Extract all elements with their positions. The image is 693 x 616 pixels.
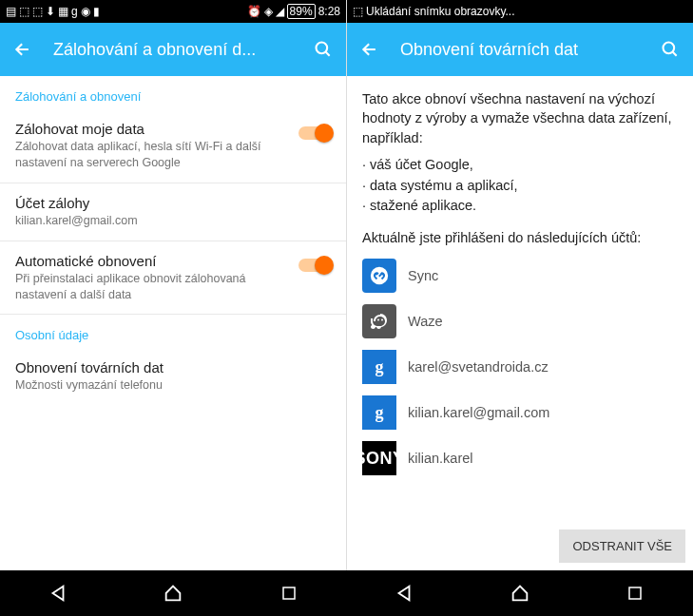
account-label: Sync [408, 268, 438, 283]
setting-title: Automatické obnovení [15, 253, 291, 269]
image-icon: ⬚ [353, 5, 363, 18]
account-label: kilian.karel [408, 451, 473, 466]
screen-backup-reset: ▤⬚⬚⬇▦g◉▮ ⏰ ◈ ◢ 89% 8:28 Zálohování a obn… [0, 0, 346, 570]
setting-desc: kilian.karel@gmail.com [15, 213, 331, 229]
screen-factory-reset: ⬚ Ukládání snímku obrazovky... Obnovení … [346, 0, 693, 570]
svg-rect-2 [283, 587, 295, 599]
google-icon: g [362, 350, 396, 384]
account-row: g kilian.karel@gmail.com [347, 390, 693, 435]
setting-auto-restore[interactable]: Automatické obnovení Při přeinstalaci ap… [0, 241, 346, 315]
shazam-icon [362, 259, 396, 293]
app-bar: Zálohování a obnovení d... [0, 23, 346, 76]
setting-desc: Při přeinstalaci aplikace obnovit záloho… [15, 271, 291, 303]
account-row: Waze [347, 298, 693, 344]
nav-home[interactable] [509, 582, 531, 605]
nav-back[interactable] [393, 582, 415, 605]
category-backup: Zálohování a obnovení [0, 76, 346, 109]
setting-desc: Možnosti vymazání telefonu [15, 377, 331, 394]
wifi-icon: ◈ [264, 5, 273, 18]
setting-factory-reset[interactable]: Obnovení továrních dat Možnosti vymazání… [0, 348, 346, 405]
setting-backup-account[interactable]: Účet zálohy kilian.karel@gmail.com [0, 183, 346, 241]
bullet-google: · váš účet Google, [347, 155, 693, 176]
waze-icon [362, 304, 396, 338]
status-bar: ⬚ Ukládání snímku obrazovky... [347, 0, 693, 23]
alarm-icon: ⏰ [247, 5, 261, 18]
svg-point-1 [664, 43, 675, 54]
back-button[interactable] [11, 38, 34, 61]
nav-back[interactable] [47, 582, 69, 605]
bullet-apps: · stažené aplikace. [347, 196, 693, 217]
reset-content: Tato akce obnoví všechna nastavení na vý… [347, 76, 693, 570]
search-button[interactable] [659, 38, 682, 61]
nav-home[interactable] [162, 582, 184, 605]
nav-recent[interactable] [278, 582, 300, 605]
navigation-bar [0, 570, 693, 616]
battery-indicator: 89% [287, 4, 316, 19]
erase-all-button[interactable]: ODSTRANIT VŠE [559, 529, 685, 563]
google-icon: g [362, 395, 396, 430]
setting-title: Účet zálohy [15, 195, 331, 211]
status-icons-left: ⬚ Ukládání snímku obrazovky... [353, 5, 515, 18]
svg-point-0 [317, 43, 328, 54]
setting-backup-data[interactable]: Zálohovat moje data Zálohovat data aplik… [0, 109, 346, 183]
account-label: kilian.karel@gmail.com [408, 405, 549, 420]
status-icons-left: ▤⬚⬚⬇▦g◉▮ [6, 5, 100, 18]
status-icons-right: ⏰ ◈ ◢ 89% 8:28 [247, 4, 340, 19]
search-button[interactable] [312, 38, 335, 61]
settings-list: Zálohování a obnovení Zálohovat moje dat… [0, 76, 346, 570]
category-personal: Osobní údaje [0, 315, 346, 348]
accounts-heading: Aktuálně jste přihlášeni do následujícíc… [347, 217, 693, 253]
setting-title: Zálohovat moje data [15, 121, 291, 137]
svg-rect-3 [629, 587, 641, 599]
backup-toggle[interactable] [298, 126, 331, 140]
signal-icon: ◢ [276, 5, 284, 18]
account-row: SONY kilian.karel [347, 435, 693, 481]
app-bar: Obnovení továrních dat [347, 23, 693, 76]
back-button[interactable] [358, 38, 381, 61]
account-row: Sync [347, 253, 693, 298]
clock: 8:28 [318, 5, 340, 18]
account-label: karel@svetandroida.cz [408, 359, 549, 375]
sony-icon: SONY [362, 441, 396, 475]
account-row: g karel@svetandroida.cz [347, 344, 693, 390]
setting-desc: Zálohovat data aplikací, hesla sítí Wi-F… [15, 139, 291, 171]
page-title: Obnovení továrních dat [400, 40, 659, 60]
autorestore-toggle[interactable] [298, 259, 331, 272]
reset-description: Tato akce obnoví všechna nastavení na vý… [347, 76, 693, 155]
status-bar: ▤⬚⬚⬇▦g◉▮ ⏰ ◈ ◢ 89% 8:28 [0, 0, 346, 23]
account-label: Waze [408, 314, 443, 329]
status-saving: Ukládání snímku obrazovky... [366, 5, 515, 18]
bullet-system: · data systému a aplikací, [347, 176, 693, 197]
page-title: Zálohování a obnovení d... [53, 40, 312, 60]
nav-recent[interactable] [624, 582, 646, 605]
setting-title: Obnovení továrních dat [15, 359, 331, 375]
